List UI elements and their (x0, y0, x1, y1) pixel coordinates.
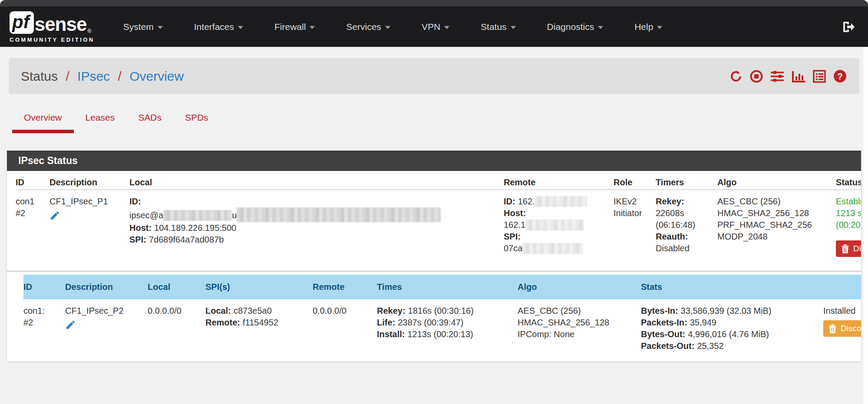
col-header-remote: Remote (504, 171, 614, 188)
phase2-stats-cell: Bytes-In:33,586,939 (32.03 MiB) Packets-… (641, 299, 823, 352)
local-spi-value: 7d689f64a7ad087b (149, 235, 224, 244)
panel-title: IPsec Status (7, 151, 861, 171)
col-header-description: Description (50, 171, 129, 188)
remote-id-value: 162. (518, 197, 535, 206)
nav-item-diagnostics[interactable]: Diagnostics (531, 7, 619, 47)
algo-ipcomp: IPComp: None (518, 328, 636, 340)
local-id-mid: u (232, 210, 237, 220)
remote-spi-label: SPI: (504, 232, 521, 241)
refresh-icon[interactable] (729, 69, 743, 83)
nav-item-firewall[interactable]: Firewall (259, 7, 330, 47)
nav-item-label: Services (346, 22, 381, 32)
status-state: Established (836, 196, 861, 207)
pencil-icon (65, 319, 76, 330)
caret-down-icon (598, 26, 603, 29)
col-header-id: ID (23, 275, 65, 299)
pfsense-logo-row: pf sense ® (10, 11, 95, 34)
tab-spds[interactable]: SPDs (173, 112, 220, 133)
edit-phase2-button[interactable] (65, 319, 76, 333)
phase1-role-cell: IKEv2 Initiator (614, 190, 656, 219)
tab-label: SPDs (185, 112, 208, 122)
phase1-algo-cell: AES_CBC (256) HMAC_SHA2_256_128 PRF_HMAC… (717, 190, 836, 243)
nav-item-help[interactable]: Help (619, 7, 678, 47)
spi-remote-value: f1154952 (243, 318, 278, 327)
col-header-times: Times (377, 275, 518, 299)
window-top-strip (0, 0, 868, 7)
caret-down-icon (158, 26, 163, 29)
bar-chart-icon[interactable] (791, 69, 806, 83)
filter-sliders-icon[interactable] (770, 69, 785, 83)
pfsense-logo-pf: pf (10, 11, 34, 34)
disconnect-p1-button[interactable]: Disconnect (836, 240, 861, 257)
trash-icon (828, 324, 837, 333)
nav-item-services[interactable]: Services (330, 7, 406, 47)
col-header-algo: Algo (518, 275, 641, 299)
local-id-value: ipsec@au (129, 207, 498, 222)
packets-out-value: 25,352 (697, 341, 723, 351)
bytes-in-value: 33,586,939 (32.03 MiB) (681, 306, 772, 315)
redacted-text (522, 243, 583, 254)
help-icon[interactable]: ? (833, 69, 847, 83)
breadcrumb-root: Status (21, 69, 58, 83)
packets-in-value: 35,949 (690, 318, 716, 327)
ike-id: #2 (16, 207, 44, 219)
col-header-blank (823, 275, 861, 288)
ipsec-phase2-table: ID Description Local SPI(s) Remote Times… (19, 275, 861, 355)
algo-encryption: AES_CBC (256) (518, 305, 636, 317)
phase2-row: con1: #2 CF1_IPsec_P2 0.0.0.0/0 Local:c8… (23, 299, 861, 355)
rekey-value: 22608s (656, 207, 712, 219)
phase1-id-cell: con1 #2 (16, 190, 50, 219)
local-network: 0.0.0.0/0 (148, 305, 200, 317)
breadcrumb-link-overview[interactable]: Overview (129, 69, 184, 83)
phase2-id-cell: con1: #2 (23, 299, 65, 328)
stop-icon[interactable] (749, 69, 763, 83)
rekey-label: Rekey: (656, 197, 684, 206)
nav-item-label: System (123, 22, 154, 32)
svg-text:?: ? (837, 71, 843, 81)
list-log-icon[interactable] (812, 69, 826, 83)
caret-down-icon (657, 26, 662, 29)
tab-overview[interactable]: Overview (12, 112, 74, 133)
algo-hash: HMAC_SHA2_256_128 (717, 207, 831, 219)
tab-leases[interactable]: Leases (74, 112, 127, 133)
remote-network: 0.0.0.0/0 (313, 305, 372, 317)
nav-item-label: Help (634, 22, 653, 32)
nav-item-system[interactable]: System (108, 7, 178, 47)
disconnect-p2-button[interactable]: Disconnect (823, 320, 861, 337)
local-spi-label: SPI: (129, 235, 146, 244)
nav-item-status[interactable]: Status (465, 7, 531, 47)
col-header-status: Status (836, 171, 861, 188)
col-header-description: Description (65, 275, 148, 299)
logout-button[interactable] (841, 20, 855, 34)
breadcrumb-link-ipsec[interactable]: IPsec (77, 69, 110, 83)
phase2-spi-cell: Local:c873e5a0 Remote:f1154952 (205, 299, 313, 328)
caret-down-icon (444, 26, 449, 29)
col-header-id: ID (16, 171, 50, 188)
scrollbar-track[interactable] (863, 47, 868, 404)
algo-prf: PRF_HMAC_SHA2_256 (717, 219, 831, 231)
breadcrumb-actions: ? (729, 69, 847, 83)
life-label: Life: (377, 318, 395, 327)
packets-out-label: Packets-Out: (641, 341, 694, 351)
install-value: 1213s (00:20:13) (407, 329, 473, 339)
phase2-description: CF1_IPsec_P2 (65, 305, 142, 317)
col-header-local: Local (148, 275, 205, 299)
remote-id-label: ID: (504, 197, 515, 206)
role-value: Initiator (614, 207, 650, 219)
local-host-label: Host: (129, 223, 152, 233)
pfsense-logo-edition: COMMUNITY EDITION (10, 37, 95, 43)
tab-sads[interactable]: SADs (126, 112, 173, 133)
col-header-timers: Timers (656, 171, 717, 188)
status-age-hms: (00:20:13) (836, 219, 861, 231)
algo-hash: HMAC_SHA2_256_128 (518, 317, 636, 328)
edit-phase1-button[interactable] (50, 210, 60, 224)
nav-item-interfaces[interactable]: Interfaces (178, 7, 259, 47)
pfsense-logo[interactable]: pf sense ® COMMUNITY EDITION (10, 11, 95, 43)
nav-menu: System Interfaces Firewall Services VPN … (108, 7, 678, 47)
connection-id: con1: (23, 305, 60, 317)
remote-host-value: 162.1 (504, 220, 525, 230)
nav-item-vpn[interactable]: VPN (406, 7, 465, 47)
algo-encryption: AES_CBC (256) (717, 196, 831, 207)
col-header-algo: Algo (717, 171, 836, 188)
caret-down-icon (385, 26, 390, 29)
